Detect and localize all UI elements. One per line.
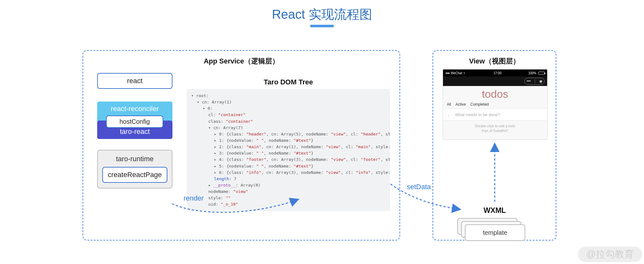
template-stack: template template template [457,218,532,245]
todos-input-placeholder: What needs to be done? [455,112,500,117]
wxml-label: WXML [457,206,532,215]
todos-tabs: All Active Completed [443,101,547,109]
footnote-line1: Double-click to edit a todo [443,124,547,129]
panel-app-service-title: App Service（逻辑层） [83,56,399,66]
title-underline [310,25,334,27]
box-react-reconciler: react-reconciler hostConfig [97,102,172,123]
arrow-label-render: render [184,194,204,202]
panel-view-title: View（视图层） [433,56,556,66]
wxml-block: WXML template template template [457,206,532,245]
box-create-react-page: createReactPage [102,167,167,183]
target-icon: ◉ [539,79,542,83]
panel-app-service: App Service（逻辑层） react react-reconciler … [83,50,400,241]
signal-icon: ••••• [446,71,450,75]
arrow-label-setdata: setData [407,183,431,191]
todos-app-title: todos [443,86,547,101]
watermark: @拉勾教育 [578,247,642,262]
taro-dom-tree-code: root:cn: Array(1)0:cl: "container"class:… [187,89,390,211]
phone-screenshot: ••••• WeChat ᯤ 17:00 100% ••• ◉ todos Al… [443,69,547,140]
todos-footnote: Double-click to edit a todo Part of Todo… [443,121,547,134]
panel-view: View（视图层） ••••• WeChat ᯤ 17:00 100% ••• … [433,50,556,241]
taro-dom-tree: Taro DOM Tree root:cn: Array(1)0:cl: "co… [187,78,390,211]
box-hostconfig: hostConfig [106,116,163,128]
todos-input-row[interactable]: ⌄ What needs to be done? [443,109,547,121]
battery-icon [538,72,545,75]
time-label: 17:00 [493,71,501,75]
carrier-label: WeChat [451,71,462,75]
diagram-title: React 实现流程图 [0,6,644,23]
box-taro-runtime: taro-runtime createReactPage [97,150,172,188]
footnote-line2: Part of TodoMVC [443,129,547,133]
left-module-stack: react react-reconciler hostConfig taro-r… [97,73,172,188]
box-react-reconciler-label: react-reconciler [111,105,159,113]
phone-navbar: ••• ◉ [443,76,547,86]
tab-active[interactable]: Active [455,102,466,107]
battery-percent: 100% [528,71,536,75]
box-taro-runtime-label: taro-runtime [102,155,167,163]
box-react: react [97,73,172,89]
more-icon: ••• [527,79,531,83]
wifi-icon: ᯤ [463,71,466,75]
taro-dom-tree-title: Taro DOM Tree [187,78,390,86]
template-card: template [465,224,525,241]
chevron-down-icon: ⌄ [447,112,451,117]
phone-statusbar: ••••• WeChat ᯤ 17:00 100% [443,69,547,76]
tab-all[interactable]: All [447,102,451,107]
template-label: template [483,229,507,236]
capsule-separator [535,79,535,83]
capsule-button[interactable]: ••• ◉ [524,78,545,85]
tab-completed[interactable]: Completed [470,102,489,107]
